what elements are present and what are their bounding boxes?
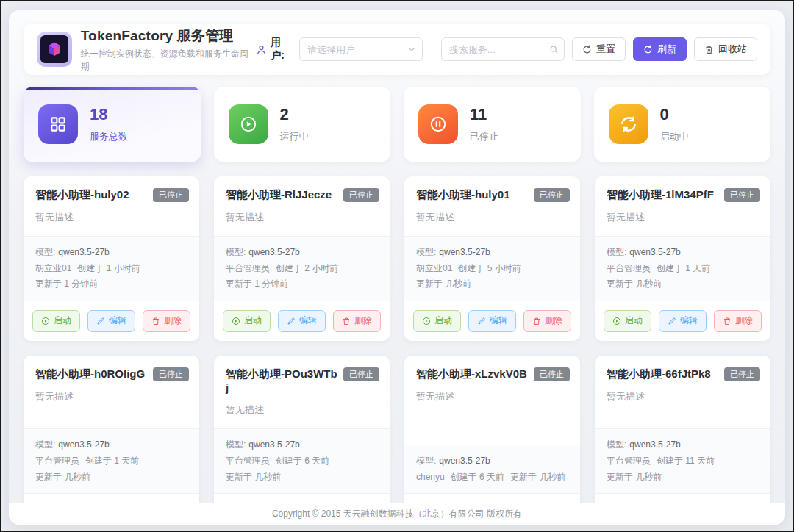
service-card: 智能小助理-66fJtPk8 已停止 暂无描述 模型:qwen3.5-27b 平… (595, 356, 770, 525)
service-name: 智能小助理-POu3WTbj (226, 367, 343, 395)
recycle-bin-button[interactable]: 回收站 (694, 37, 757, 61)
created-time: 创建于 5 小时前 (458, 261, 521, 277)
stat-label: 已停止 (470, 130, 498, 143)
pause-circle-icon (418, 104, 458, 144)
service-card: 智能小助理-xLzvkV0B 已停止 暂无描述 模型:qwen3.5-27b c… (404, 356, 580, 525)
search-input[interactable] (449, 44, 545, 55)
service-description: 暂无描述 (214, 202, 390, 236)
service-description: 暂无描述 (24, 202, 199, 236)
creator-name: 平台管理员 (607, 261, 651, 277)
status-badge: 已停止 (534, 367, 570, 381)
trash-icon (532, 317, 541, 326)
edit-button[interactable]: 编辑 (468, 310, 516, 332)
service-name: 智能小助理-xLzvkV0B (416, 367, 532, 381)
model-label: 模型: (416, 247, 436, 257)
model-value: qwen3.5-27b (629, 439, 680, 450)
status-badge: 已停止 (153, 188, 189, 202)
model-label: 模型: (226, 439, 246, 450)
updated-time: 更新于 几秒前 (607, 276, 662, 292)
start-button[interactable]: 启动 (604, 310, 651, 332)
service-description: 暂无描述 (595, 381, 770, 428)
search-box[interactable] (441, 37, 565, 61)
service-name: 智能小助理-RlJJecze (226, 188, 336, 202)
search-icon (549, 45, 559, 54)
model-value: qwen3.5-27b (439, 247, 490, 257)
start-button[interactable]: 启动 (32, 310, 80, 332)
creator-name: 胡立业01 (416, 261, 452, 277)
page-title: TokenFactory 服务管理 (81, 26, 257, 46)
divider (432, 41, 432, 57)
pencil-icon (96, 317, 105, 326)
model-label: 模型: (35, 247, 55, 257)
header: TokenFactory 服务管理 统一控制实例状态、资源负载和服务生命周期 用… (24, 24, 770, 75)
edit-button[interactable]: 编辑 (278, 310, 326, 332)
created-time: 创建于 6 天前 (451, 470, 504, 486)
model-line: 模型:qwen3.5-27b (226, 437, 378, 453)
stat-starting[interactable]: 0 启动中 (594, 87, 771, 162)
delete-button[interactable]: 删除 (523, 310, 571, 332)
delete-button[interactable]: 删除 (714, 310, 762, 332)
model-label: 模型: (226, 247, 246, 257)
status-badge: 已停止 (343, 367, 379, 381)
start-button[interactable]: 启动 (413, 310, 461, 332)
service-description: 暂无描述 (404, 202, 580, 236)
delete-button[interactable]: 删除 (333, 310, 381, 332)
tokenfactory-logo-icon (40, 35, 68, 63)
trash-icon (151, 317, 160, 326)
service-description: 暂无描述 (404, 381, 580, 445)
stat-label: 服务总数 (90, 130, 128, 143)
status-badge: 已停止 (153, 367, 189, 381)
reset-button[interactable]: 重置 (572, 37, 626, 61)
stat-value: 2 (280, 105, 309, 124)
created-time: 创建于 1 小时前 (77, 261, 140, 277)
edit-button[interactable]: 编辑 (659, 310, 707, 332)
created-time: 创建于 6 天前 (276, 453, 329, 470)
service-description: 暂无描述 (595, 202, 770, 236)
creator-name: chenyu (416, 470, 445, 486)
status-badge: 已停止 (724, 367, 760, 381)
service-card: 智能小助理-h0ROligG 已停止 暂无描述 模型:qwen3.5-27b 平… (24, 356, 199, 525)
creator-name: 平台管理员 (607, 453, 651, 470)
play-icon (422, 317, 431, 326)
delete-button[interactable]: 删除 (143, 310, 190, 332)
model-line: 模型:qwen3.5-27b (416, 245, 568, 261)
created-time: 创建于 1 天前 (85, 453, 139, 470)
reset-icon (582, 45, 592, 54)
stat-stopped[interactable]: 11 已停止 (404, 87, 581, 162)
start-button[interactable]: 启动 (223, 310, 271, 332)
footer: Copyright © 2015 天云融创数据科技（北京）有限公司 版权所有 (9, 503, 785, 525)
stat-label: 启动中 (660, 130, 689, 143)
stats-row: 18 服务总数 2 运行中 11 已停止 (24, 87, 770, 162)
user-select-input[interactable] (307, 44, 403, 55)
page-subtitle: 统一控制实例状态、资源负载和服务生命周期 (81, 48, 257, 73)
model-label: 模型: (607, 247, 626, 257)
model-label: 模型: (35, 439, 55, 450)
stat-total-services[interactable]: 18 服务总数 (24, 87, 201, 162)
trash-icon (723, 317, 732, 326)
service-name: 智能小助理-h0ROligG (35, 367, 149, 381)
creator-name: 胡立业01 (35, 261, 71, 277)
stat-running[interactable]: 2 运行中 (214, 87, 391, 162)
creator-line: chenyu 创建于 6 天前 更新于 几秒前 (416, 470, 568, 486)
model-value: qwen3.5-27b (58, 439, 109, 450)
status-badge: 已停止 (534, 188, 570, 202)
creator-line: 平台管理员 创建于 2 小时前 更新于 1 分钟前 (226, 261, 378, 292)
service-description: 暂无描述 (24, 381, 199, 428)
creator-line: 胡立业01 创建于 5 小时前 更新于 几秒前 (416, 261, 568, 292)
model-value: qwen3.5-27b (248, 439, 299, 450)
created-time: 创建于 2 小时前 (276, 261, 338, 277)
service-name: 智能小助理-huly02 (35, 188, 134, 202)
play-icon (612, 317, 621, 326)
created-time: 创建于 11 天前 (657, 453, 715, 470)
model-label: 模型: (416, 456, 436, 466)
app-logo (37, 32, 72, 67)
model-value: qwen3.5-27b (629, 247, 680, 257)
pencil-icon (287, 317, 296, 326)
edit-button[interactable]: 编辑 (87, 310, 135, 332)
model-value: qwen3.5-27b (248, 247, 299, 257)
refresh-button[interactable]: 刷新 (633, 37, 687, 61)
user-select[interactable] (299, 37, 423, 61)
model-value: qwen3.5-27b (439, 456, 490, 466)
creator-name: 平台管理员 (226, 453, 270, 470)
trash-icon (342, 317, 351, 326)
